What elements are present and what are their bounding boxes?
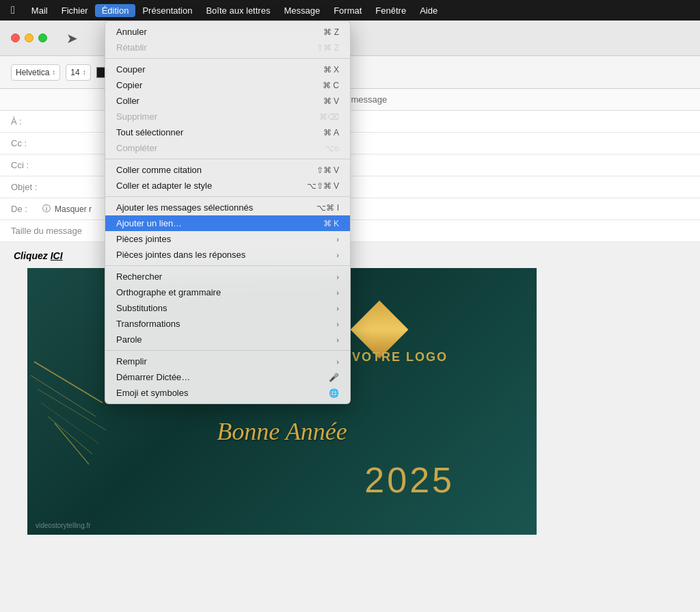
menu-item-label: Couper [116, 64, 146, 75]
menu-item-label: Rechercher [116, 271, 162, 282]
submenu-arrow-icon: › [336, 320, 339, 328]
watermark-text: videostorytelling.fr [36, 522, 91, 529]
menu-shortcut: ⌘ C [323, 81, 339, 90]
menu-item-coller[interactable]: Coller⌘ V [105, 93, 350, 109]
menu-item-label: Remplir [116, 356, 147, 367]
menu-shortcut: 🎤 [329, 373, 339, 382]
year-text: 2025 [364, 460, 455, 501]
menu-format[interactable]: Format [327, 4, 368, 17]
menu-shortcut: ⌘ K [323, 219, 339, 228]
menu-item-rechercher[interactable]: Rechercher› [105, 269, 350, 284]
menu-item-label: Orthographe et grammaire [116, 287, 221, 297]
menu-item-supprimer: Supprimer⌘⌫ [105, 109, 350, 124]
menu-separator [105, 350, 350, 351]
masquer-link[interactable]: Masquer r [55, 204, 92, 214]
menu-shortcut: ⇧⌘ V [317, 165, 339, 175]
from-label: De : [11, 204, 38, 214]
menu-item-pi-ces-jointes[interactable]: Pièces jointes› [105, 231, 350, 247]
menu-item-label: Emoji et symboles [116, 388, 188, 398]
menu-item-label: Coller comme citation [116, 165, 202, 175]
submenu-arrow-icon: › [336, 251, 339, 259]
menu-item-label: Tout sélectionner [116, 127, 183, 137]
to-label: À : [11, 116, 38, 127]
maximize-button[interactable] [38, 34, 47, 42]
close-button[interactable] [11, 34, 20, 42]
menu-shortcut: ⌘ A [323, 128, 339, 137]
menu-shortcut: ⌥⇧⌘ V [307, 181, 339, 191]
ici-link[interactable]: ICI [51, 250, 63, 261]
menu-shortcut: ⌘ Z [323, 27, 339, 37]
menu-item-label: Supprimer [116, 111, 157, 122]
menu-item-ajouter-un-lien-[interactable]: Ajouter un lien…⌘ K [105, 215, 350, 231]
menu-item-substitutions[interactable]: Substitutions› [105, 300, 350, 316]
menubar:  Mail Fichier Édition Présentation Boît… [0, 0, 700, 21]
menu-item-d-marrer-dict-e-[interactable]: Démarrer Dictée…🎤 [105, 369, 350, 385]
menu-edition[interactable]: Édition [95, 4, 136, 17]
menu-item-label: Transformations [116, 319, 180, 329]
svg-line-0 [34, 362, 103, 403]
send-icon[interactable]: ➤ [66, 30, 78, 46]
menu-message[interactable]: Message [277, 4, 327, 17]
decorative-svg [27, 348, 109, 471]
menu-shortcut: 🌐 [329, 388, 339, 398]
menu-item-r-tablir: Rétablir⇧⌘ Z [105, 40, 350, 55]
bonne-annee-text: Bonne Année [217, 417, 347, 446]
cliquez-prefix: Cliquez [14, 250, 51, 261]
menu-shortcut: ⌘ X [323, 65, 339, 75]
menu-item-label: Substitutions [116, 303, 167, 313]
menu-item-orthographe-et-grammaire[interactable]: Orthographe et grammaire› [105, 284, 350, 300]
menu-item-label: Copier [116, 80, 142, 90]
menu-item-emoji-et-symboles[interactable]: Emoji et symboles🌐 [105, 385, 350, 401]
submenu-arrow-icon: › [336, 289, 339, 297]
menu-boite[interactable]: Boîte aux lettres [199, 4, 277, 17]
menu-item-annuler[interactable]: Annuler⌘ Z [105, 24, 350, 40]
menu-item-ajouter-les-messages-s-lectionn-s[interactable]: Ajouter les messages sélectionnés⌥⌘ I [105, 200, 350, 215]
menu-item-coller-comme-citation[interactable]: Coller comme citation⇧⌘ V [105, 162, 350, 178]
cci-label: Cci : [11, 160, 38, 170]
svg-line-2 [38, 389, 106, 430]
submenu-arrow-icon: › [336, 358, 339, 366]
svg-line-5 [55, 423, 89, 464]
menu-item-couper[interactable]: Couper⌘ X [105, 62, 350, 77]
menu-separator [105, 265, 350, 266]
font-name: Helvetica [16, 68, 49, 77]
subject-label: Objet : [11, 182, 38, 192]
submenu-arrow-icon: › [336, 304, 339, 312]
menu-shortcut: ⌥⌘ I [317, 203, 339, 213]
menu-item-label: Pièces jointes dans les réponses [116, 250, 245, 260]
menu-item-pi-ces-jointes-dans-les-r-ponses[interactable]: Pièces jointes dans les réponses› [105, 247, 350, 263]
font-size-selector[interactable]: 14 ↕ [66, 64, 90, 81]
apple-menu[interactable]:  [5, 3, 21, 18]
menu-item-transformations[interactable]: Transformations› [105, 316, 350, 332]
menu-item-label: Démarrer Dictée… [116, 372, 190, 382]
menu-item-label: Parole [116, 334, 142, 345]
menu-aide[interactable]: Aide [413, 4, 444, 17]
menu-item-compl-ter: Compléter⌥⎋ [105, 140, 350, 156]
menu-mail[interactable]: Mail [25, 4, 55, 17]
font-size-value: 14 [70, 68, 79, 77]
submenu-arrow-icon: › [336, 235, 339, 243]
font-selector[interactable]: Helvetica ↕ [11, 64, 60, 81]
menu-separator [105, 196, 350, 197]
edition-menu-dropdown: Annuler⌘ ZRétablir⇧⌘ ZCouper⌘ XCopier⌘ C… [105, 21, 351, 404]
menu-item-parole[interactable]: Parole› [105, 332, 350, 347]
menu-item-label: Coller [116, 96, 139, 106]
menu-separator [105, 159, 350, 159]
menu-shortcut: ⌘⌫ [319, 112, 339, 122]
size-label: Taille du message [11, 226, 82, 236]
traffic-lights [11, 34, 47, 42]
menu-item-label: Ajouter les messages sélectionnés [116, 202, 253, 213]
font-chevron-icon: ↕ [52, 68, 55, 76]
menu-fenetre[interactable]: Fenêtre [368, 4, 413, 17]
menu-item-remplir[interactable]: Remplir› [105, 354, 350, 369]
menu-item-label: Annuler [116, 27, 147, 37]
menu-item-coller-et-adapter-le-style[interactable]: Coller et adapter le style⌥⇧⌘ V [105, 178, 350, 194]
minimize-button[interactable] [25, 34, 33, 42]
svg-line-1 [31, 375, 96, 416]
submenu-arrow-icon: › [336, 336, 339, 344]
menu-presentation[interactable]: Présentation [135, 4, 199, 17]
menu-item-copier[interactable]: Copier⌘ C [105, 77, 350, 93]
logo-text: VOTRE LOGO [352, 350, 448, 364]
menu-item-tout-s-lectionner[interactable]: Tout sélectionner⌘ A [105, 124, 350, 140]
menu-fichier[interactable]: Fichier [55, 4, 95, 17]
